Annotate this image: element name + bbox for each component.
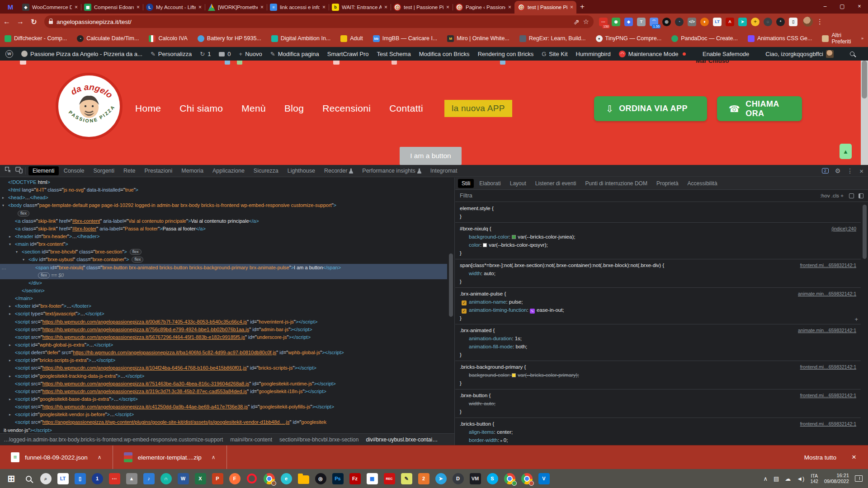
tray-icon[interactable]: ▤ [774, 475, 779, 482]
css-property[interactable]: background-color: var(--bricks-color-jvn… [460, 233, 856, 241]
bookmark-item[interactable]: Battery for HP 5935... [198, 35, 261, 42]
tree-line[interactable]: ▾<main id="brx-content"> [0, 240, 447, 248]
taskbar-search[interactable] [20, 469, 37, 488]
console-messages-badge[interactable]: 2 [822, 168, 829, 174]
styles-scrollbar[interactable] [863, 205, 867, 259]
bookmark-item[interactable]: Digital Ambition In... [271, 35, 330, 42]
1password[interactable]: 1 [89, 469, 106, 488]
music-app[interactable]: ♪ [140, 469, 157, 488]
styles-tab-layout[interactable]: Layout [506, 179, 530, 188]
call-now-button[interactable]: ☎ CHIAMA ORA [717, 96, 802, 121]
discord[interactable]: D [449, 469, 467, 488]
bookmark-item[interactable]: MMiro | Online White... [447, 35, 509, 42]
admin-bar-item[interactable]: Rendering con Bricks [478, 51, 534, 57]
tree-line[interactable]: ▾<body class="page-template-default page… [0, 202, 447, 209]
powerpoint[interactable]: P [209, 469, 226, 488]
tree-line[interactable]: <script src="https://hb.wpmucdn.com/ange… [0, 364, 447, 372]
tree-line[interactable]: <script src="https://hb.wpmucdn.com/ange… [0, 326, 447, 333]
browser-tab[interactable]: ≡link accessi e info - D× [267, 1, 329, 14]
tab-close-icon[interactable]: × [137, 4, 140, 10]
tree-line[interactable]: <script src="https://angelopassionepizza… [0, 418, 447, 426]
devtools-tab-rete[interactable]: Rete [119, 166, 139, 175]
admin-bar-item[interactable]: Hummingbird [576, 51, 611, 57]
pseudo-class-toggles[interactable]: :hov .cls + [820, 193, 844, 198]
admin-bar-item[interactable] [850, 52, 854, 56]
your-phone[interactable]: ▯ [71, 469, 89, 488]
downloads-close-icon[interactable]: × [852, 453, 856, 462]
firefox[interactable]: F [226, 469, 243, 488]
headphones-app[interactable]: ∩ [157, 469, 175, 488]
inspect-element-icon[interactable] [5, 166, 12, 175]
bookmark-item[interactable]: bbImgBB — Caricare I... [373, 35, 438, 42]
style-rule[interactable]: frontend.mi…659832142:1.brxe-button {wid… [455, 389, 861, 418]
minimize-button[interactable]: – [816, 0, 834, 13]
url-text[interactable]: angelopassionepizza.it/test/ [57, 19, 570, 25]
new-app-button[interactable]: la nuova APP [444, 100, 512, 117]
tree-line[interactable]: <a class="skip-link" href="#brx-content"… [0, 217, 447, 225]
tree-line[interactable]: ▸<header id="brx-header">…</header> [0, 233, 447, 240]
tree-line[interactable]: flex [0, 210, 447, 217]
voicemeeter[interactable]: VM [467, 469, 484, 488]
style-rule[interactable]: element.style {} [455, 202, 861, 223]
mail-app[interactable]: 2 [415, 469, 432, 488]
start-button[interactable]: ⊞ [3, 469, 20, 488]
chevron-up-icon[interactable]: ∧ [98, 454, 102, 460]
css-property[interactable]: color: var(--bricks-color-qxsyvr); [460, 241, 856, 249]
devtools-menu-icon[interactable]: ⋮ [847, 167, 853, 174]
style-rule[interactable]: frontend.mi…659832142:1.bricks-button {a… [455, 418, 861, 445]
devtools-tab-performance-insights[interactable]: Performance insights [358, 166, 425, 175]
tab-close-icon[interactable]: × [384, 4, 387, 10]
browser-menu-icon[interactable]: ⋮ [816, 18, 823, 26]
site-logo[interactable]: da angelo PASSIONE PIZZA [55, 72, 123, 140]
word[interactable]: W [175, 469, 192, 488]
notes-app[interactable]: ✎ [398, 469, 415, 488]
tree-line[interactable]: ▸<script id="googlesitekit-tracking-data… [0, 372, 447, 380]
admin-bar-item[interactable]: SmartCrawl Pro [327, 51, 369, 57]
tree-line[interactable]: it-vendor-js"></script> [0, 427, 447, 433]
bookmark-item[interactable]: ◔Calculate Date/Tim... [77, 35, 139, 42]
tree-line[interactable]: <script src="https://hb.wpmucdn.com/ange… [0, 380, 447, 388]
tag-ext-icon[interactable]: ◆ [624, 18, 633, 26]
styles-tab-punti-di-interruzione-dom[interactable]: Punti di interruzione DOM [581, 179, 651, 188]
tray-icon[interactable]: ☁ [785, 475, 791, 482]
tray-icon[interactable]: ◄) [797, 475, 804, 482]
chrome-profile-2[interactable] [501, 469, 518, 488]
adguard-icon[interactable]: ⋯150 [599, 18, 608, 26]
css-property[interactable]: background-color: var(--bricks-color-pri… [460, 371, 856, 379]
admin-bar-item[interactable]: Modifica con Bricks [419, 51, 470, 57]
maximize-button[interactable]: ▢ [834, 0, 851, 13]
address-bar[interactable]: angelopassionepizza.it/test/ ⇗ ☆ [44, 15, 594, 28]
dark-rings-ext-icon[interactable]: ◎ [662, 18, 671, 26]
tab-close-icon[interactable]: × [260, 4, 264, 10]
styles-tab-stili[interactable]: Stili [458, 179, 474, 188]
tree-line[interactable]: ▾<section id="brxe-bhcvbl" class="brxe-s… [0, 248, 447, 256]
devtools-close-icon[interactable]: × [859, 167, 863, 175]
browser-tab[interactable]: ▦Compensi Edoardo -× [81, 1, 143, 14]
admin-bar-item[interactable]: GSite Kit [542, 51, 567, 57]
devtools-tab-memoria[interactable]: Memoria [177, 166, 208, 175]
browser-tab[interactable]: bWAIT: Entrance Anima× [329, 1, 391, 14]
back-button[interactable]: ← [0, 18, 14, 26]
style-rule[interactable]: frontend.mi…659832142:1.bricks-backgroun… [455, 361, 861, 389]
admin-bar-item[interactable]: Passione Pizza da Angelo - Pizzeria da a… [21, 51, 142, 57]
red-dots-app[interactable]: ⋯ [106, 469, 123, 488]
breadcrumb-item[interactable]: main#brx-content [230, 436, 272, 443]
skype[interactable]: S [484, 469, 501, 488]
bookmark-star-icon[interactable]: ☆ [583, 18, 589, 26]
rule-source-link[interactable]: animate.min…659832142:1 [798, 290, 856, 298]
tree-line[interactable]: ▸<script id="googlesitekit-base-data-js-… [0, 395, 447, 403]
styles-tab-listener-di-eventi[interactable]: Listener di eventi [532, 179, 580, 188]
chrome-profile-3[interactable] [518, 469, 535, 488]
code-ext-icon[interactable]: </> [688, 18, 696, 26]
nav-link-blog[interactable]: Blog [284, 103, 304, 114]
rec-app[interactable]: REC [381, 469, 398, 488]
close-button[interactable]: × [851, 0, 868, 13]
rule-source-link[interactable]: frontend.mi…659832142:1 [800, 420, 856, 428]
tab-close-icon[interactable]: × [75, 4, 78, 10]
share-icon[interactable]: ⇗ [573, 18, 579, 26]
browser-profile-avatar[interactable] [803, 17, 813, 27]
admin-bar-item[interactable]: ◠Maintenance Mode [619, 51, 686, 57]
teal-ext-icon[interactable]: ➤ [738, 18, 747, 26]
tab-close-icon[interactable]: × [508, 4, 511, 10]
styles-tab-accessibilità[interactable]: Accessibilità [684, 179, 721, 188]
